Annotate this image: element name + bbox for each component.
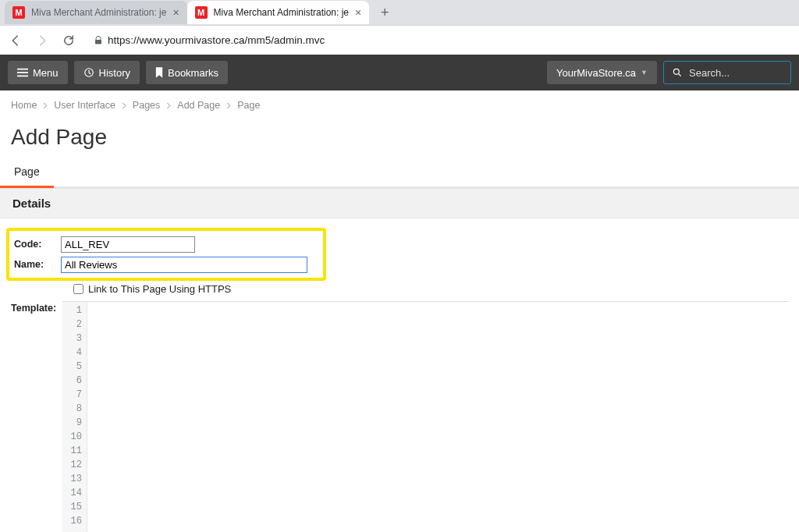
new-tab-button[interactable]: + xyxy=(374,2,396,23)
store-selector[interactable]: YourMivaStore.ca ▼ xyxy=(547,61,657,84)
lock-icon xyxy=(94,35,103,46)
search-icon xyxy=(672,67,683,78)
page-title: Add Page xyxy=(0,120,799,158)
reload-icon xyxy=(62,34,76,48)
close-icon[interactable]: × xyxy=(355,6,361,19)
label-name: Name: xyxy=(9,259,61,270)
name-input[interactable] xyxy=(61,257,307,273)
section-details-header: Details xyxy=(0,188,799,218)
line-number: 13 xyxy=(62,472,82,486)
label-template: Template: xyxy=(11,301,62,314)
close-icon[interactable]: × xyxy=(172,6,179,19)
menu-label: Menu xyxy=(33,67,59,79)
breadcrumb-item[interactable]: Home xyxy=(11,100,37,111)
bookmarks-button[interactable]: Bookmarks xyxy=(146,61,228,84)
tab-title: Miva Merchant Administration: je xyxy=(31,7,166,18)
line-number: 10 xyxy=(62,430,82,444)
back-button[interactable] xyxy=(6,31,25,50)
app-topbar: Menu History Bookmarks YourMivaStore.ca … xyxy=(0,55,799,90)
svg-rect-1 xyxy=(17,69,28,70)
form-area: Code: Name: Link to This Page Using HTTP… xyxy=(0,218,799,298)
browser-tab-0[interactable]: M Miva Merchant Administration: je × xyxy=(5,1,187,24)
hamburger-icon xyxy=(17,68,28,77)
chevron-right-icon xyxy=(166,102,171,109)
svg-rect-2 xyxy=(17,72,28,73)
row-template: Template: 1 2 3 4 5 6 7 8 9 10 11 12 13 … xyxy=(0,298,799,532)
bookmarks-label: Bookmarks xyxy=(168,67,218,79)
line-number: 16 xyxy=(62,514,82,528)
row-name: Name: xyxy=(9,254,318,275)
label-code: Code: xyxy=(9,239,61,250)
breadcrumb-item[interactable]: Pages xyxy=(133,100,160,111)
chevron-down-icon: ▼ xyxy=(641,69,648,76)
global-search[interactable] xyxy=(663,61,791,84)
breadcrumb-item[interactable]: User Interface xyxy=(54,100,115,111)
line-number: 11 xyxy=(62,444,82,458)
row-code: Code: xyxy=(9,234,318,254)
store-name: YourMivaStore.ca xyxy=(556,67,636,79)
line-number: 3 xyxy=(62,332,82,346)
code-editor[interactable]: 1 2 3 4 5 6 7 8 9 10 11 12 13 14 15 16 xyxy=(62,301,788,532)
arrow-right-icon xyxy=(35,34,49,48)
tab-favicon: M xyxy=(195,6,208,19)
breadcrumb-item[interactable]: Add Page xyxy=(177,100,220,111)
line-number: 2 xyxy=(62,317,82,332)
row-https: Link to This Page Using HTTPS xyxy=(11,283,788,295)
line-number: 9 xyxy=(62,416,82,430)
line-number: 6 xyxy=(62,374,82,388)
tab-page[interactable]: Page xyxy=(0,158,54,188)
code-input[interactable] xyxy=(61,236,195,253)
line-number: 15 xyxy=(62,500,82,514)
line-number: 8 xyxy=(62,402,82,416)
editor-gutter: 1 2 3 4 5 6 7 8 9 10 11 12 13 14 15 16 xyxy=(62,302,87,532)
page-tabs: Page xyxy=(0,158,799,188)
label-https: Link to This Page Using HTTPS xyxy=(88,283,231,295)
reload-button[interactable] xyxy=(59,31,78,50)
line-number: 1 xyxy=(62,303,82,317)
address-bar[interactable]: https://www.yourmivastore.ca/mm5/admin.m… xyxy=(86,30,793,51)
arrow-left-icon xyxy=(9,34,23,48)
line-number: 14 xyxy=(62,486,82,500)
address-bar-row: https://www.yourmivastore.ca/mm5/admin.m… xyxy=(0,25,799,55)
line-number: 12 xyxy=(62,458,82,472)
line-number: 7 xyxy=(62,388,82,402)
bookmark-icon xyxy=(155,67,163,78)
browser-tab-1[interactable]: M Miva Merchant Administration: je × xyxy=(187,1,370,24)
chevron-right-icon xyxy=(226,102,231,109)
line-number: 5 xyxy=(62,360,82,374)
chevron-right-icon xyxy=(122,102,126,109)
history-label: History xyxy=(99,67,130,79)
browser-chrome: M Miva Merchant Administration: je × M M… xyxy=(0,0,799,55)
tab-strip: M Miva Merchant Administration: je × M M… xyxy=(0,0,799,25)
svg-rect-0 xyxy=(95,40,101,44)
svg-rect-3 xyxy=(17,76,28,77)
https-checkbox[interactable] xyxy=(73,284,83,294)
search-input[interactable] xyxy=(689,67,783,79)
breadcrumb-item: Page xyxy=(237,100,260,111)
line-number: 4 xyxy=(62,346,82,360)
svg-point-5 xyxy=(673,69,679,74)
tab-favicon: M xyxy=(12,6,25,19)
editor-textarea[interactable] xyxy=(87,302,788,532)
url-text: https://www.yourmivastore.ca/mm5/admin.m… xyxy=(108,34,325,46)
chevron-right-icon xyxy=(43,102,48,109)
highlight-annotation: Code: Name: xyxy=(6,228,326,281)
breadcrumb: Home User Interface Pages Add Page Page xyxy=(0,90,799,120)
forward-button[interactable] xyxy=(33,31,51,50)
menu-button[interactable]: Menu xyxy=(8,61,68,84)
history-button[interactable]: History xyxy=(74,61,140,84)
clock-icon xyxy=(83,67,94,78)
tab-title: Miva Merchant Administration: je xyxy=(214,7,349,18)
